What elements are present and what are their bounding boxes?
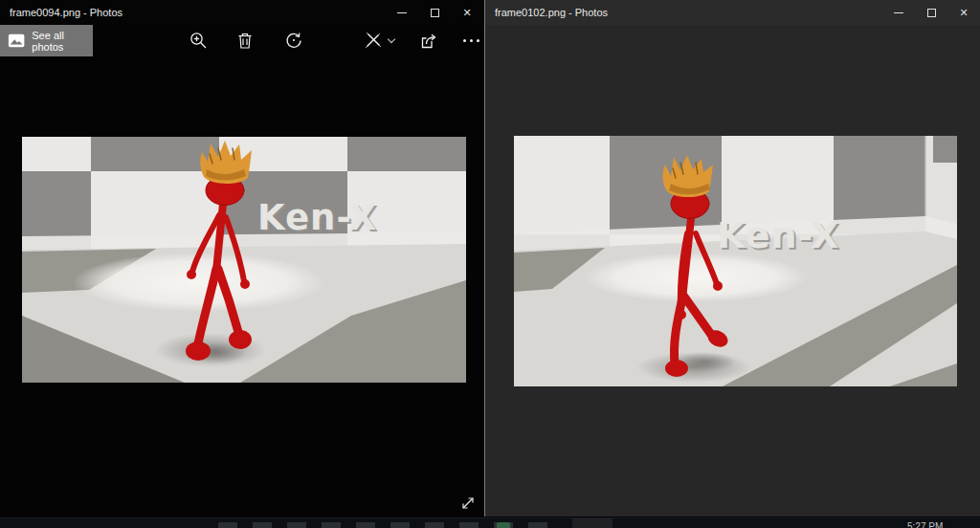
taskbar-active-app[interactable] (572, 518, 612, 528)
taskbar[interactable]: 5:27 PM (0, 517, 980, 528)
edit-create-icon (364, 31, 383, 50)
maximize-icon (431, 9, 439, 17)
edit-create-button[interactable] (360, 27, 387, 54)
scene-background (514, 136, 957, 386)
taskbar-clock[interactable]: 5:27 PM (907, 521, 943, 528)
fullscreen-button[interactable] (457, 494, 479, 513)
rotate-icon (284, 31, 303, 50)
maximize-icon (927, 9, 936, 17)
photo-frame0102[interactable]: Ken-X Ken-X (514, 136, 957, 386)
titlebar[interactable]: frame0094.png - Photos ✕ (0, 0, 483, 25)
maximize-button[interactable] (915, 0, 947, 25)
window-title: frame0094.png - Photos (0, 7, 122, 18)
magnifier-plus-icon (189, 32, 208, 50)
photos-window-frame0102: frame0102.png - Photos ✕ (484, 0, 980, 517)
close-icon: ✕ (959, 7, 968, 19)
see-all-photos-label: See all photos (32, 30, 93, 53)
caption-buttons: ✕ (882, 0, 980, 25)
photo-frame0094[interactable]: Ken-X Ken-X (22, 137, 466, 383)
rotate-button[interactable] (280, 27, 307, 54)
see-more-button[interactable] (457, 27, 484, 54)
see-all-photos-button[interactable]: See all photos (0, 25, 93, 56)
taskbar-icon-green[interactable] (497, 522, 510, 528)
minimize-button[interactable] (386, 0, 418, 25)
share-button[interactable] (415, 27, 442, 54)
trash-icon (236, 32, 254, 50)
delete-button[interactable] (232, 27, 258, 54)
minimize-icon (397, 12, 407, 13)
share-icon (419, 32, 438, 50)
close-button[interactable]: ✕ (947, 0, 980, 25)
kenx-title: Ken-X (257, 197, 377, 238)
caption-buttons: ✕ (386, 0, 483, 25)
ellipsis-icon (463, 39, 479, 42)
titlebar[interactable]: frame0102.png - Photos ✕ (485, 0, 980, 25)
minimize-icon (894, 12, 903, 13)
zoom-button[interactable] (185, 27, 212, 54)
kenx-title: Ken-X (717, 214, 840, 256)
minimize-button[interactable] (882, 0, 915, 25)
photo-gallery-icon (8, 33, 25, 49)
diagonal-resize-icon (460, 496, 476, 511)
photos-window-frame0094: frame0094.png - Photos ✕ See all photos (0, 0, 483, 517)
desktop: frame0094.png - Photos ✕ See all photos (0, 0, 980, 528)
close-button[interactable]: ✕ (451, 0, 483, 25)
edit-create-chevron-icon[interactable] (389, 36, 396, 44)
window-title: frame0102.png - Photos (485, 7, 608, 18)
maximize-button[interactable] (418, 0, 451, 25)
close-icon: ✕ (462, 7, 471, 19)
